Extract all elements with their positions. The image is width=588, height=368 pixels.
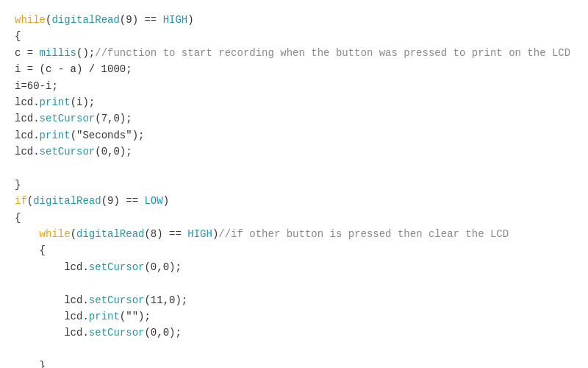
code-line-1: while(digitalRead(9) == HIGH) [15, 12, 573, 28]
code-line-9: lcd.setCursor(0,0); [15, 144, 573, 160]
code-line-20: lcd.setCursor(0,0); [15, 325, 573, 341]
code-line-13: { [15, 210, 573, 226]
code-line-11: } [15, 177, 573, 193]
code-editor: while(digitalRead(9) == HIGH) { c = mill… [0, 0, 588, 368]
code-line-14: while(digitalRead(8) == HIGH)//if other … [15, 226, 573, 242]
code-line-10 [15, 160, 573, 177]
code-line-7: lcd.setCursor(7,0); [15, 110, 573, 127]
code-line-16: lcd.setCursor(0,0); [15, 259, 573, 275]
code-line-19: lcd.print(""); [15, 308, 573, 325]
code-line-5: i=60-i; [15, 78, 573, 94]
code-line-12: if(digitalRead(9) == LOW) [15, 193, 573, 209]
code-line-22: } [15, 358, 573, 368]
code-line-3: c = millis();//function to start recordi… [15, 45, 573, 61]
code-line-18: lcd.setCursor(11,0); [15, 292, 573, 308]
code-line-21 [15, 342, 573, 358]
code-line-2: { [15, 28, 573, 44]
code-line-15: { [15, 242, 573, 258]
code-line-6: lcd.print(i); [15, 94, 573, 110]
code-line-8: lcd.print("Seconds"); [15, 127, 573, 144]
code-line-4: i = (c - a) / 1000; [15, 61, 573, 77]
code-line-17 [15, 275, 573, 291]
